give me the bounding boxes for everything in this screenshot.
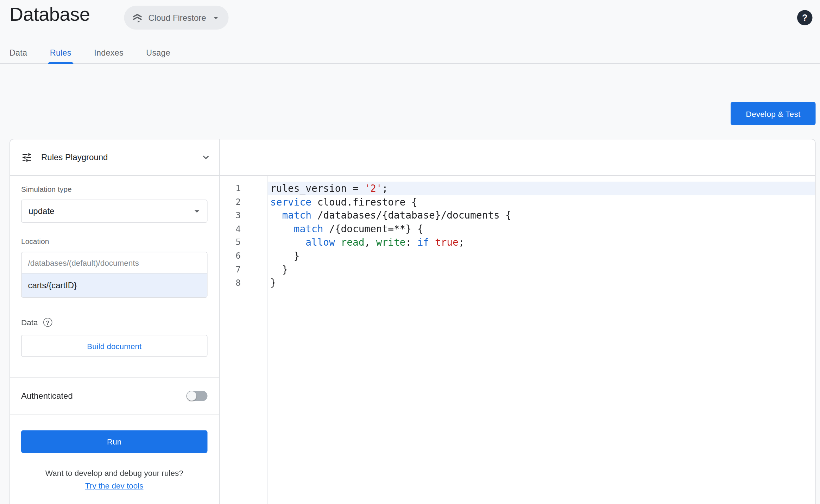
editor-toolbar: [220, 139, 815, 175]
rules-playground-header[interactable]: Rules Playground: [10, 139, 220, 175]
line-number: 2: [220, 195, 267, 208]
code-line[interactable]: rules_version = '2';: [268, 182, 815, 195]
build-document-button[interactable]: Build document: [21, 335, 208, 357]
code-line[interactable]: match /databases/{database}/documents {: [268, 209, 815, 222]
firestore-icon: [132, 12, 143, 24]
help-outline-icon[interactable]: ?: [43, 318, 52, 327]
card-header: Rules Playground: [10, 139, 815, 176]
tab-rules[interactable]: Rules: [50, 42, 71, 63]
data-section-header: Data ?: [21, 318, 208, 327]
authenticated-label: Authenticated: [21, 391, 73, 401]
dev-tools-prompt: Want to develop and debug your rules?: [21, 468, 208, 478]
card-body: Simulation type update Location /databas…: [10, 176, 815, 504]
line-number: 1: [220, 182, 267, 195]
firestore-database-page: Database Cloud Firestore ? Data Rules In…: [0, 0, 820, 504]
collapse-chevron-icon[interactable]: [200, 152, 212, 163]
page-title: Database: [10, 3, 90, 25]
tune-icon: [21, 152, 33, 163]
editor-gutter: 12345678: [220, 176, 268, 504]
rules-code-editor: 12345678 rules_version = '2';service clo…: [220, 176, 815, 504]
product-selector[interactable]: Cloud Firestore: [124, 6, 229, 30]
viewport: Database Cloud Firestore ? Data Rules In…: [0, 0, 820, 504]
simulation-section: Simulation type update Location /databas…: [10, 176, 219, 378]
editor-code[interactable]: rules_version = '2';service cloud.firest…: [268, 176, 815, 504]
line-number: 3: [220, 209, 267, 222]
tab-data[interactable]: Data: [10, 42, 27, 63]
location-base-path: /databases/(default)/documents: [22, 252, 207, 273]
tab-bar: Data Rules Indexes Usage: [0, 42, 820, 64]
product-selector-label: Cloud Firestore: [149, 13, 206, 23]
chevron-down-icon: [212, 13, 221, 23]
rules-playground-panel: Simulation type update Location /databas…: [10, 176, 220, 504]
simulation-type-select[interactable]: update: [21, 200, 208, 223]
line-number: 8: [220, 276, 267, 290]
line-number: 7: [220, 263, 267, 276]
code-line[interactable]: }: [268, 263, 815, 276]
code-line[interactable]: allow read, write: if true;: [268, 236, 815, 249]
authenticated-row: Authenticated: [10, 378, 219, 415]
simulation-type-value: update: [29, 207, 54, 216]
line-number: 4: [220, 222, 267, 235]
develop-and-test-button[interactable]: Develop & Test: [731, 102, 816, 125]
code-line[interactable]: }: [268, 276, 815, 290]
location-group: /databases/(default)/documents carts/{ca…: [21, 252, 208, 298]
code-line[interactable]: match /{document=**} {: [268, 222, 815, 235]
rules-editor-card: Rules Playground Simulation type update: [10, 139, 816, 504]
location-label: Location: [21, 237, 208, 246]
simulation-type-label: Simulation type: [21, 185, 208, 193]
line-number: 5: [220, 236, 267, 249]
line-number: 6: [220, 249, 267, 263]
run-button[interactable]: Run: [21, 430, 208, 453]
dev-tools-link[interactable]: Try the dev tools: [85, 481, 143, 490]
toggle-thumb: [187, 391, 196, 401]
authenticated-toggle[interactable]: [187, 391, 208, 401]
code-line[interactable]: }: [268, 249, 815, 263]
help-glyph: ?: [802, 12, 808, 23]
code-line[interactable]: service cloud.firestore {: [268, 195, 815, 208]
tab-indexes[interactable]: Indexes: [94, 42, 124, 63]
arrow-drop-down-icon: [191, 206, 203, 217]
tab-usage[interactable]: Usage: [146, 42, 170, 63]
location-input[interactable]: carts/{cartID}: [22, 273, 207, 297]
rules-playground-title: Rules Playground: [41, 153, 108, 162]
run-section: Run Want to develop and debug your rules…: [10, 415, 219, 491]
help-icon[interactable]: ?: [797, 10, 813, 26]
data-label: Data: [21, 318, 38, 327]
